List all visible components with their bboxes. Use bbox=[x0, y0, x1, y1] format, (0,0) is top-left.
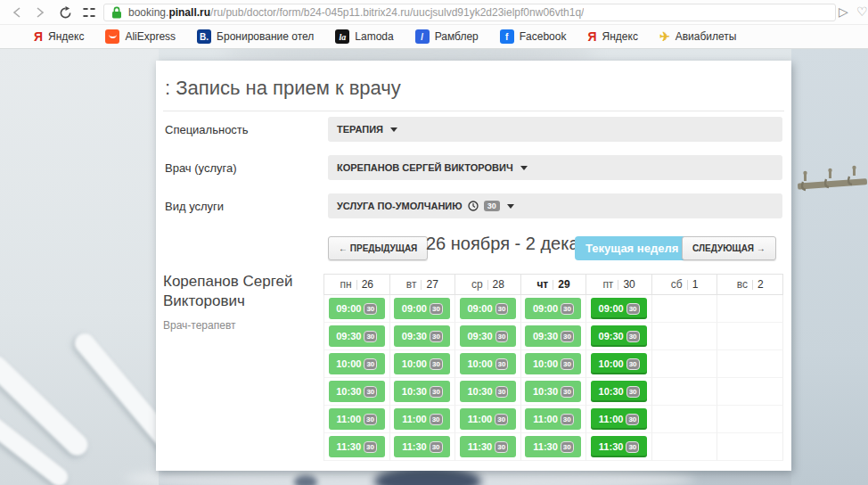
next-week-button[interactable]: СЛЕДУЮЩАЯ → bbox=[682, 236, 776, 260]
dental-chair-photo bbox=[294, 475, 317, 485]
lock-icon bbox=[111, 6, 122, 19]
specialty-value: ТЕРАПИЯ bbox=[337, 124, 383, 135]
address-bar[interactable]: booking.pinall.ru/ru/pub/doctor/form/b24… bbox=[103, 4, 836, 21]
browser-toolbar: booking.pinall.ru/ru/pub/doctor/form/b24… bbox=[0, 0, 868, 25]
service-duration-badge: 30 bbox=[484, 201, 500, 211]
time-slot-button[interactable]: 10:3030 bbox=[525, 381, 581, 402]
empty-day-cell bbox=[717, 323, 783, 350]
bookmark-lamoda[interactable]: laLamoda bbox=[335, 29, 393, 44]
bookmark-facebook[interactable]: fFacebook bbox=[500, 29, 567, 44]
slot-duration-badge: 30 bbox=[430, 358, 443, 370]
slot-cell: 10:0030 bbox=[521, 350, 587, 378]
slot-cell: 09:0030 bbox=[521, 295, 587, 323]
time-slot-button[interactable]: 10:3030 bbox=[460, 381, 516, 402]
time-slot-button[interactable]: 10:0030 bbox=[591, 353, 647, 374]
bookmark-yandex[interactable]: ЯЯндекс bbox=[587, 29, 637, 44]
slot-duration-badge: 30 bbox=[561, 386, 574, 398]
slot-time: 09:00 bbox=[402, 303, 427, 314]
slot-time: 11:00 bbox=[533, 414, 558, 424]
time-slot-button[interactable]: 11:3030 bbox=[460, 436, 516, 457]
time-slot-button[interactable]: 10:0030 bbox=[525, 353, 581, 374]
send-icon[interactable]: ▷ bbox=[839, 4, 848, 19]
rambler-icon: / bbox=[415, 29, 430, 44]
previous-week-button[interactable]: ← ПРЕДЫДУЩАЯ bbox=[328, 236, 428, 260]
time-slot-button[interactable]: 11:3030 bbox=[591, 436, 647, 457]
time-slot-button[interactable]: 10:3030 bbox=[394, 381, 450, 402]
time-slot-button[interactable]: 09:0030 bbox=[329, 298, 385, 319]
slot-cell: 10:3030 bbox=[324, 378, 390, 406]
back-icon[interactable] bbox=[9, 4, 25, 21]
empty-day-cell bbox=[717, 295, 783, 323]
time-slot-button[interactable]: 09:3030 bbox=[525, 325, 581, 347]
slot-cell: 10:0030 bbox=[390, 350, 456, 378]
specialty-select[interactable]: ТЕРАПИЯ bbox=[328, 117, 782, 142]
bookmark-label: Facebook bbox=[520, 30, 567, 43]
time-slot-button[interactable]: 09:3030 bbox=[329, 325, 385, 347]
slot-duration-badge: 30 bbox=[430, 441, 443, 453]
bookmark-rambler[interactable]: /Рамблер bbox=[415, 29, 479, 44]
time-slot-button[interactable]: 09:0030 bbox=[460, 298, 516, 319]
doctor-value: КОРЕПАНОВ СЕРГЕЙ ВИКТОРОВИЧ bbox=[337, 162, 513, 173]
slot-time: 11:00 bbox=[599, 414, 624, 424]
doctor-name: Корепанов Сергей Викторович bbox=[163, 272, 322, 311]
slot-time: 09:00 bbox=[533, 303, 558, 314]
slot-duration-badge: 30 bbox=[561, 358, 574, 370]
slot-cell: 09:3030 bbox=[324, 323, 390, 350]
bookmark-label: Авиабилеты bbox=[676, 30, 737, 43]
slot-time: 09:30 bbox=[467, 331, 492, 341]
slot-time: 10:30 bbox=[599, 386, 624, 397]
bookmark-booking[interactable]: B.Бронирование отел bbox=[197, 29, 314, 44]
service-select[interactable]: УСЛУГА ПО-УМОЛЧАНИЮ 30 bbox=[328, 193, 782, 218]
bookmarks-bar: ЯЯндексAliExpressB.Бронирование отелlaLa… bbox=[0, 25, 868, 49]
chevron-down-icon bbox=[507, 204, 514, 209]
time-slot-button[interactable]: 10:3030 bbox=[329, 381, 385, 402]
heart-icon[interactable]: ♡ bbox=[856, 4, 868, 19]
time-slot-button[interactable]: 09:0030 bbox=[525, 298, 581, 319]
time-slot-button[interactable]: 10:0030 bbox=[460, 353, 516, 374]
slot-cell: 10:3030 bbox=[455, 378, 521, 406]
time-slot-button[interactable]: 11:0030 bbox=[460, 408, 516, 430]
time-slot-button[interactable]: 11:0030 bbox=[394, 408, 450, 430]
specialty-label: Специальность bbox=[165, 123, 249, 136]
bookmark-label: Бронирование отел bbox=[217, 30, 314, 43]
slot-duration-badge: 30 bbox=[364, 303, 377, 315]
bookmark-label: Lamoda bbox=[355, 30, 393, 43]
time-slot-button[interactable]: 11:0030 bbox=[591, 408, 647, 430]
time-slot-button[interactable]: 10:0030 bbox=[329, 353, 385, 374]
forward-icon[interactable] bbox=[32, 4, 48, 21]
slot-duration-badge: 30 bbox=[495, 386, 509, 398]
time-slot-button[interactable]: 10:0030 bbox=[394, 353, 450, 374]
current-week-badge: Текущая неделя bbox=[575, 236, 689, 260]
empty-day-cell bbox=[652, 406, 718, 433]
slot-time: 09:00 bbox=[467, 303, 492, 314]
doctor-select[interactable]: КОРЕПАНОВ СЕРГЕЙ ВИКТОРОВИЧ bbox=[328, 155, 782, 180]
bookmark-label: Рамблер bbox=[435, 30, 479, 43]
time-slot-button[interactable]: 09:0030 bbox=[591, 298, 647, 319]
slot-cell: 09:0030 bbox=[455, 295, 521, 323]
time-slot-button[interactable]: 09:3030 bbox=[460, 325, 516, 347]
time-slot-button[interactable]: 11:0030 bbox=[329, 408, 385, 430]
slot-time: 09:00 bbox=[336, 303, 361, 314]
bookmark-aliexpress[interactable]: AliExpress bbox=[105, 29, 176, 44]
slot-cell: 11:3030 bbox=[324, 433, 390, 461]
slot-time: 11:30 bbox=[402, 441, 427, 452]
slot-duration-badge: 30 bbox=[364, 441, 377, 453]
time-slot-button[interactable]: 11:3030 bbox=[329, 436, 385, 457]
time-slot-button[interactable]: 09:3030 bbox=[394, 325, 450, 347]
time-slot-button[interactable]: 09:0030 bbox=[394, 298, 450, 319]
empty-day-cell bbox=[717, 378, 783, 406]
speed-dial-icon[interactable] bbox=[82, 6, 95, 19]
chevron-down-icon bbox=[520, 166, 528, 170]
time-slot-button[interactable]: 11:3030 bbox=[394, 436, 450, 457]
bookmark-avia[interactable]: ✈Авиабилеты bbox=[659, 29, 736, 44]
bookmark-yandex[interactable]: ЯЯндекс bbox=[34, 29, 84, 44]
time-slot-button[interactable]: 10:3030 bbox=[591, 381, 647, 402]
slot-duration-badge: 30 bbox=[430, 303, 443, 315]
time-slot-button[interactable]: 11:3030 bbox=[525, 436, 581, 457]
time-slot-button[interactable]: 11:0030 bbox=[525, 408, 581, 430]
time-slot-button[interactable]: 09:3030 bbox=[591, 325, 647, 347]
doctor-info: Корепанов Сергей Викторович Врач-терапев… bbox=[163, 272, 322, 332]
slot-time: 09:30 bbox=[533, 331, 558, 341]
background-wall-right bbox=[791, 49, 868, 485]
refresh-icon[interactable] bbox=[57, 4, 73, 21]
